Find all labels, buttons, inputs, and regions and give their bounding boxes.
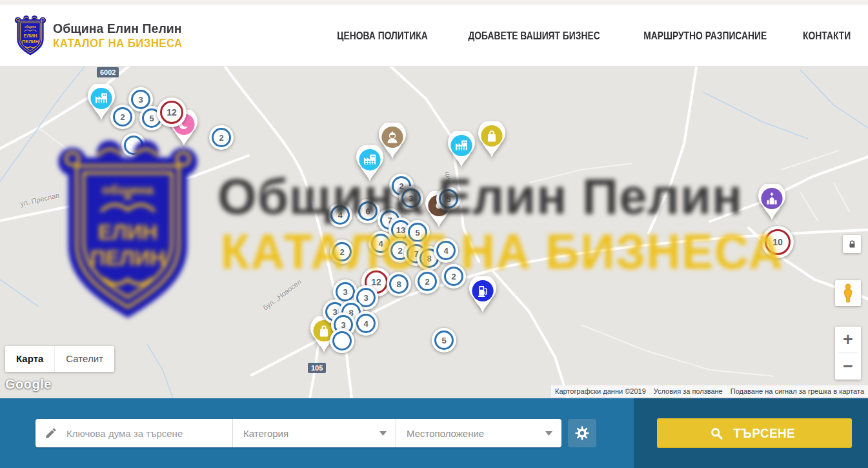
pegman-icon [841,283,855,303]
zoom-control: + − [835,327,861,380]
cluster-marker[interactable]: 2 [209,125,234,150]
cluster-marker[interactable]: 2 [415,269,439,294]
cluster-count: 3 [336,282,355,301]
pencil-icon [45,427,57,440]
nav-add-your-business[interactable]: ДОБАВЕТЕ ВАШИЯТ БИЗНЕС [469,30,600,42]
cluster-count: 5 [434,331,454,350]
cluster-count: 3 [401,188,421,208]
cluster-marker[interactable]: 12 [157,97,187,127]
cluster-marker[interactable]: 5 [436,187,461,211]
pin-factory[interactable] [447,131,476,171]
map-type-map-button[interactable]: Карта [5,346,54,372]
cluster-count: 5 [439,189,458,209]
lock-icon [847,239,857,249]
map-type-satellite-button[interactable]: Сателит [54,346,114,372]
cluster-count: 6 [358,201,378,221]
cluster-count: 12 [160,101,183,124]
cluster-marker[interactable]: 3 [399,186,423,210]
cluster-marker[interactable]: 6 [356,199,380,223]
cluster-marker[interactable]: 8 [387,272,411,296]
cluster-count: 10 [765,229,791,255]
zoom-out-button[interactable]: − [835,353,861,379]
zoom-in-button[interactable]: + [835,327,861,352]
keyword-input[interactable] [65,427,232,440]
cluster-count: 8 [389,274,409,294]
category-value: Категория [243,428,288,439]
road-badge: 105 [308,363,326,373]
attribution-copyright: Картографски данни ©2019 [555,387,646,396]
municipality-logo [14,15,46,56]
cluster-marker[interactable] [330,329,354,353]
nav-pricing-policy[interactable]: ЦЕНОВА ПОЛИТИКА [337,30,427,42]
cluster-marker[interactable] [121,133,146,158]
streetview-lock-button[interactable] [843,235,861,253]
header: Община Елин Пелин КАТАЛОГ НА БИЗНЕСА ЦЕН… [0,5,868,66]
brand-title-block: Община Елин Пелин КАТАЛОГ НА БИЗНЕСА [53,21,192,50]
map-type-control: Карта Сателит [5,346,114,372]
search-icon [710,427,723,440]
cluster-marker[interactable]: 4 [434,238,458,263]
location-select[interactable]: Местоположение [396,419,561,447]
map-canvas[interactable]: 6002105 ул. Преславбул. „Новоселции“ [0,66,868,398]
pin-fuel[interactable] [468,276,498,316]
cluster-count: 4 [330,205,350,225]
cluster-count: 4 [356,314,376,333]
google-logo: Google [5,377,52,392]
pin-church[interactable] [757,184,787,224]
pin-bag[interactable] [477,121,507,161]
cluster-count [332,331,352,351]
road-badge: 6002 [97,67,119,77]
cluster-marker[interactable]: 2 [110,105,135,129]
chevron-down-icon [545,431,552,436]
main-nav: ЦЕНОВА ПОЛИТИКА ДОБАВЕТЕ ВАШИЯТ БИЗНЕС М… [328,30,855,42]
attribution-terms-link[interactable]: Условия за ползване [654,387,723,396]
cluster-count: 2 [212,128,231,147]
cluster-count: 2 [444,267,463,286]
cluster-count: 5 [408,223,427,242]
attribution-report-link[interactable]: Подаване на сигнал за грешка в картата [731,387,864,396]
street-label: ции“ [444,171,454,187]
location-value: Местоположение [407,428,484,439]
nav-route-schedule[interactable]: МАРШРУТНО РАЗПИСАНИЕ [644,30,767,42]
catalog-title: КАТАЛОГ НА БИЗНЕСА [53,37,183,50]
cluster-count: 4 [436,241,456,260]
pegman-control[interactable] [835,280,861,306]
cluster-marker[interactable]: 2 [441,264,466,289]
search-submit-label: ТЪРСЕНЕ [734,425,796,441]
map-attribution: Картографски данни ©2019 Условия за полз… [551,385,868,397]
cluster-marker[interactable]: 10 [762,226,794,258]
keyword-segment [35,419,232,447]
chevron-down-icon [379,431,387,436]
cluster-count [124,136,143,155]
cluster-marker[interactable]: 2 [330,239,354,264]
cluster-count: 2 [332,242,352,261]
search-form: Категория Местоположение [35,419,561,447]
search-bar: Категория Местоположение ТЪРСЕНЕ [0,398,868,468]
cluster-marker[interactable]: 5 [432,328,456,352]
category-select[interactable]: Категория [232,419,396,447]
gear-icon [574,425,590,441]
cluster-count: 2 [418,272,437,291]
nav-contacts[interactable]: КОНТАКТИ [803,30,851,42]
cluster-marker[interactable]: 4 [354,311,378,336]
org-name: Община Елин Пелин [53,21,183,37]
cluster-count: 2 [113,107,132,127]
advanced-settings-button[interactable] [568,419,596,447]
cluster-marker[interactable]: 4 [328,203,352,227]
pin-factory[interactable] [355,145,385,185]
search-submit-button[interactable]: ТЪРСЕНЕ [657,418,852,448]
